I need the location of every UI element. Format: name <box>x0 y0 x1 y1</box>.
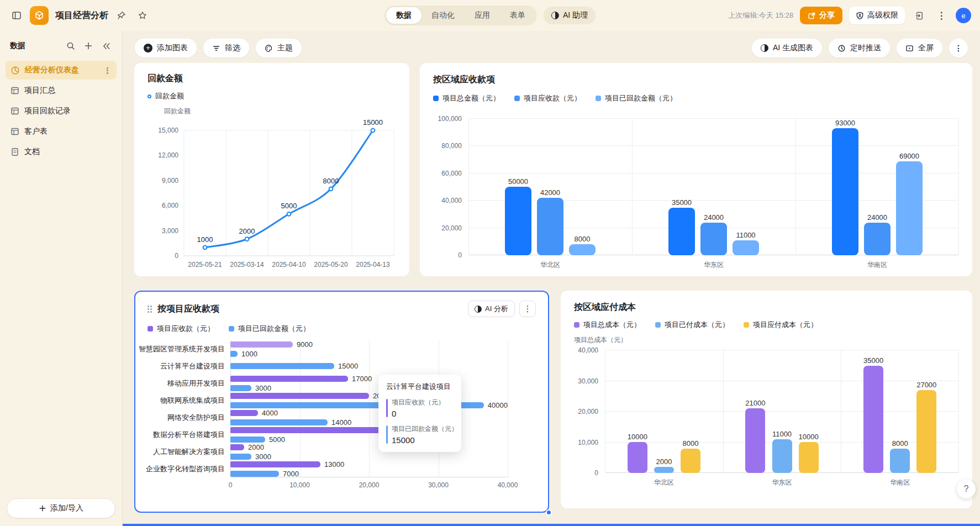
tab-应用[interactable]: 应用 <box>465 7 500 24</box>
more-menu-icon[interactable]: ⋮ <box>934 8 949 23</box>
bar-column: 50000 <box>505 119 531 255</box>
pin-icon[interactable] <box>114 8 129 23</box>
bar[interactable] <box>668 208 695 255</box>
hbar-line: 2000 <box>230 444 508 451</box>
x-tick-label: 30,000 <box>428 481 449 489</box>
bar[interactable] <box>230 436 265 443</box>
app-logo-icon[interactable] <box>30 6 49 25</box>
data-point[interactable] <box>329 187 333 191</box>
bar-value-label: 11000 <box>772 430 792 438</box>
bar[interactable] <box>628 442 647 473</box>
sidebar-collapse-icon[interactable] <box>9 8 24 23</box>
search-icon[interactable] <box>65 40 77 52</box>
bar[interactable] <box>832 128 858 255</box>
ai-assistant-button[interactable]: AI 助理 <box>544 7 596 24</box>
hbar-row: 2000040000 <box>230 392 508 409</box>
legend-item[interactable]: 项目已回款金额（元） <box>229 324 310 334</box>
legend-item[interactable]: 项目已付成本（元） <box>655 320 729 330</box>
card-project-receivable[interactable]: 按项目应收款项 AI 分析 ⋮ 项目应收款（元）项目已回款金额（元） 智慧园区管… <box>134 291 549 513</box>
bar[interactable] <box>700 223 727 255</box>
bar[interactable] <box>654 467 674 473</box>
card-more-icon[interactable]: ⋮ <box>519 301 536 317</box>
bar[interactable] <box>745 408 765 473</box>
bar[interactable] <box>230 376 348 382</box>
sidebar-item-文档[interactable]: 文档 <box>6 143 117 161</box>
help-button[interactable]: ? <box>957 480 976 498</box>
bar-value-label: 93000 <box>835 119 855 127</box>
drag-handle-icon[interactable] <box>147 306 152 313</box>
h-category-label: 智慧园区管理系统开发项目 <box>147 340 225 357</box>
legend-item[interactable]: 项目应收款（元） <box>514 93 581 103</box>
bar[interactable] <box>772 439 792 473</box>
legend-item[interactable]: 项目应付成本（元） <box>744 320 818 330</box>
legend-label: 项目应付成本（元） <box>753 320 818 330</box>
avatar[interactable]: e <box>956 8 971 23</box>
bar[interactable] <box>864 223 891 255</box>
tab-数据[interactable]: 数据 <box>386 7 421 24</box>
sidebar-item-经营分析仪表盘[interactable]: 经营分析仪表盘⋮ <box>6 61 117 80</box>
bar[interactable] <box>733 240 759 255</box>
bottom-scroll-indicator[interactable] <box>123 524 980 526</box>
sidebar-item-项目汇总[interactable]: 项目汇总 <box>6 81 117 100</box>
bar-value-label: 69000 <box>899 152 919 160</box>
legend-item[interactable]: 项目总成本（元） <box>574 320 641 330</box>
add-import-button[interactable]: 添加/导入 <box>7 498 115 518</box>
bar[interactable] <box>230 351 238 357</box>
bar[interactable] <box>230 427 404 433</box>
legend-item[interactable]: 项目已回款金额（元） <box>596 93 677 103</box>
bar-value-label: 11000 <box>736 232 755 239</box>
add-icon[interactable] <box>82 40 94 52</box>
bar[interactable] <box>230 461 320 467</box>
bar[interactable] <box>569 244 596 255</box>
bar[interactable] <box>230 363 334 369</box>
bar-value-label: 1000 <box>241 350 257 357</box>
resize-handle[interactable] <box>546 509 552 516</box>
theme-button[interactable]: 主题 <box>256 39 302 57</box>
sidebar-item-项目回款记录[interactable]: 项目回款记录 <box>6 102 117 120</box>
bar[interactable] <box>230 419 328 425</box>
bar[interactable] <box>230 341 293 348</box>
bar[interactable] <box>537 198 563 255</box>
tab-自动化[interactable]: 自动化 <box>421 7 465 24</box>
bar[interactable] <box>230 385 251 391</box>
bar[interactable] <box>230 410 258 416</box>
ai-analyze-button[interactable]: AI 分析 <box>468 301 515 317</box>
bar[interactable] <box>863 366 883 473</box>
bar[interactable] <box>799 442 819 473</box>
bar-column: 11000 <box>772 350 792 473</box>
legend-item[interactable]: 回款金额 <box>147 91 184 101</box>
sidebar-item-客户表[interactable]: 客户表 <box>6 122 117 141</box>
data-point[interactable] <box>203 245 207 249</box>
hbar-row: 170003000 <box>230 375 508 392</box>
fullscreen-button[interactable]: 全屏 <box>897 39 942 57</box>
bar[interactable] <box>681 449 700 473</box>
bar[interactable] <box>890 449 910 473</box>
x-tick-label: 0 <box>229 481 233 489</box>
advanced-permission-button[interactable]: 高级权限 <box>849 7 905 24</box>
legend-item[interactable]: 项目总金额（元） <box>433 93 500 103</box>
add-chart-button[interactable]: + 添加图表 <box>135 39 197 57</box>
data-point[interactable] <box>245 237 249 241</box>
ai-generate-chart-button[interactable]: AI 生成图表 <box>752 39 822 57</box>
toolbar-more-icon[interactable]: ⋮ <box>949 39 968 57</box>
item-more-icon[interactable]: ⋮ <box>103 66 112 75</box>
data-point[interactable] <box>287 212 291 216</box>
share-button[interactable]: 分享 <box>800 7 842 24</box>
bar[interactable] <box>916 390 936 473</box>
bar[interactable] <box>505 187 531 255</box>
legend-item[interactable]: 项目应收款（元） <box>147 324 214 334</box>
h-category-label: 企业数字化转型咨询项目 <box>147 460 225 477</box>
svg-text:12,000: 12,000 <box>158 151 178 159</box>
tab-表单[interactable]: 表单 <box>500 7 535 24</box>
filter-button[interactable]: 筛选 <box>203 39 249 57</box>
data-point[interactable] <box>371 129 375 133</box>
bar[interactable] <box>230 471 279 477</box>
collapse-sidebar-icon[interactable] <box>100 40 112 52</box>
star-icon[interactable] <box>135 8 150 23</box>
scheduled-push-button[interactable]: 定时推送 <box>829 39 890 57</box>
bar[interactable] <box>230 393 369 399</box>
extension-icon[interactable] <box>911 8 927 23</box>
bar[interactable] <box>230 444 244 450</box>
bar[interactable] <box>230 454 251 460</box>
bar[interactable] <box>896 161 923 255</box>
